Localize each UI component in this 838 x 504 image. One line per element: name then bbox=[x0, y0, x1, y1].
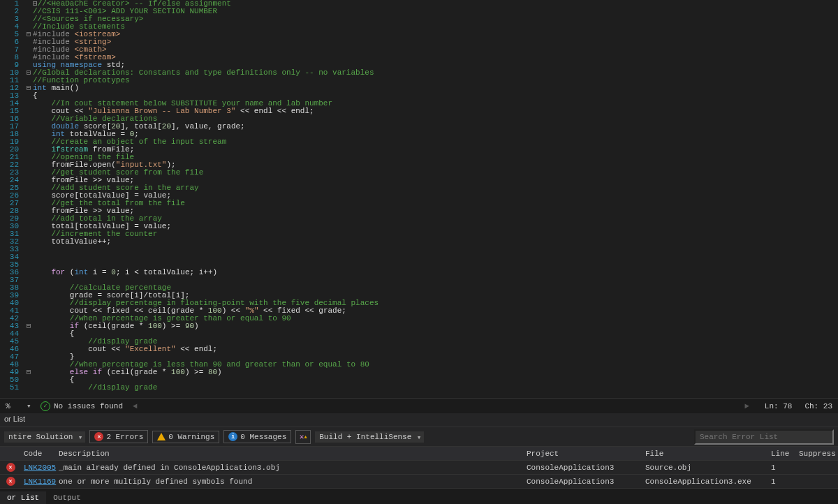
col-project[interactable]: Project bbox=[524, 450, 642, 458]
col-line[interactable]: Line bbox=[768, 450, 796, 458]
fold-toggle[interactable] bbox=[24, 207, 33, 215]
col-file[interactable]: File bbox=[642, 450, 768, 458]
fold-toggle[interactable]: ⊟ bbox=[24, 69, 33, 77]
code-line[interactable]: //Function prototypes bbox=[33, 77, 838, 84]
zoom-dropdown-icon[interactable]: ▾ bbox=[27, 401, 41, 410]
fold-toggle[interactable] bbox=[24, 154, 33, 161]
fold-toggle[interactable] bbox=[24, 384, 33, 392]
code-line[interactable]: int main() bbox=[33, 84, 838, 92]
code-line[interactable]: //<Sources if necessary> bbox=[33, 15, 838, 23]
source-dropdown[interactable]: Build + IntelliSense bbox=[315, 431, 424, 443]
fold-toggle[interactable] bbox=[24, 269, 33, 276]
fold-toggle[interactable] bbox=[24, 38, 33, 46]
messages-filter-button[interactable]: i0 Messages bbox=[223, 430, 291, 443]
table-header[interactable]: Code Description Project File Line Suppr… bbox=[0, 447, 838, 461]
fold-toggle[interactable] bbox=[24, 54, 33, 61]
code-line[interactable]: ifstream fromFile; bbox=[33, 146, 838, 154]
code-line[interactable]: for (int i = 0; i < totalValue; i++) bbox=[33, 269, 838, 276]
fold-toggle[interactable] bbox=[24, 346, 33, 353]
fold-toggle[interactable] bbox=[24, 161, 33, 169]
fold-toggle[interactable] bbox=[24, 330, 33, 338]
fold-toggle[interactable]: ⊟ bbox=[24, 31, 33, 38]
fold-toggle[interactable] bbox=[24, 192, 33, 200]
fold-toggle[interactable] bbox=[24, 230, 33, 238]
fold-toggle[interactable] bbox=[24, 223, 33, 230]
fold-toggle[interactable] bbox=[24, 261, 33, 269]
code-line[interactable]: #include <string> bbox=[33, 38, 838, 46]
scroll-left-icon[interactable]: ◄ bbox=[130, 402, 140, 410]
fold-toggle[interactable] bbox=[24, 184, 33, 192]
code-line[interactable]: cout << "Excellent" << endl; bbox=[33, 346, 838, 353]
fold-toggle[interactable] bbox=[24, 8, 33, 15]
tab-output[interactable]: Output bbox=[46, 491, 88, 504]
code-line[interactable]: #include <iostream> bbox=[33, 31, 838, 38]
code-line[interactable]: totalValue++; bbox=[33, 238, 838, 246]
fold-toggle[interactable] bbox=[24, 284, 33, 292]
error-code-link[interactable]: LNK2005 bbox=[24, 464, 56, 472]
scroll-right-icon[interactable]: ► bbox=[742, 402, 752, 410]
col-suppress[interactable]: Suppress bbox=[796, 450, 838, 458]
fold-toggle[interactable]: ⊟ bbox=[24, 323, 33, 330]
fold-toggle[interactable] bbox=[24, 353, 33, 361]
error-line: 1 bbox=[768, 477, 796, 486]
warnings-filter-button[interactable]: 0 Warnings bbox=[152, 431, 219, 443]
code-line[interactable]: //create an object of the input stream bbox=[33, 138, 838, 146]
col-description[interactable]: Description bbox=[56, 450, 524, 458]
code-line[interactable] bbox=[33, 253, 838, 261]
fold-toggle[interactable] bbox=[24, 307, 33, 315]
fold-toggle[interactable] bbox=[24, 92, 33, 100]
fold-toggle[interactable] bbox=[24, 238, 33, 246]
fold-toggle[interactable] bbox=[24, 200, 33, 207]
code-line[interactable]: #include <fstream> bbox=[33, 54, 838, 61]
fold-toggle[interactable] bbox=[24, 131, 33, 138]
code-line[interactable]: //increment the counter bbox=[33, 230, 838, 238]
fold-toggle[interactable] bbox=[24, 0, 33, 8]
fold-toggle[interactable] bbox=[24, 253, 33, 261]
fold-toggle[interactable] bbox=[24, 376, 33, 384]
fold-toggle[interactable] bbox=[24, 338, 33, 346]
scope-dropdown[interactable]: ntire Solution bbox=[4, 431, 85, 443]
code-area[interactable]: ⊟//<HeaDaChE Creator> -- If/else assignm… bbox=[33, 0, 838, 398]
code-line[interactable]: //get the total from the file bbox=[33, 200, 838, 207]
fold-toggle[interactable] bbox=[24, 15, 33, 23]
fold-toggle[interactable] bbox=[24, 146, 33, 154]
fold-toggle[interactable] bbox=[24, 177, 33, 184]
clear-filter-button[interactable]: ✕▲ bbox=[295, 430, 311, 444]
fold-toggle[interactable] bbox=[24, 246, 33, 253]
col-code[interactable]: Code bbox=[21, 450, 56, 458]
fold-toggle[interactable] bbox=[24, 276, 33, 284]
code-line[interactable]: //display grade bbox=[33, 384, 838, 392]
error-row[interactable]: ✕ LNK1169 one or more multiply defined s… bbox=[0, 475, 838, 489]
fold-toggle[interactable] bbox=[24, 123, 33, 131]
fold-toggle[interactable] bbox=[24, 215, 33, 223]
code-editor[interactable]: 1234567891011121314151617181920212223242… bbox=[0, 0, 838, 398]
code-line[interactable]: //CSIS 111-<D01> ADD YOUR SECTION NUMBER bbox=[33, 8, 838, 15]
fold-toggle[interactable] bbox=[24, 299, 33, 307]
error-description: _main already defined in ConsoleApplicat… bbox=[56, 464, 524, 472]
fold-toggle[interactable] bbox=[24, 100, 33, 108]
fold-toggle[interactable]: ⊟ bbox=[24, 369, 33, 376]
fold-toggle[interactable] bbox=[24, 46, 33, 54]
code-line[interactable]: //get student score from the file bbox=[33, 169, 838, 177]
code-line[interactable]: double score[20], total[20], value, grad… bbox=[33, 123, 838, 131]
code-line[interactable]: //Include statements bbox=[33, 23, 838, 31]
fold-column[interactable]: ⊟⊟⊟⊟⊟ bbox=[24, 0, 33, 398]
code-line[interactable]: else if (ceil(grade * 100) >= 80) bbox=[33, 369, 838, 376]
fold-toggle[interactable] bbox=[24, 108, 33, 115]
fold-toggle[interactable]: ⊟ bbox=[24, 84, 33, 92]
zoom-percent[interactable]: % bbox=[6, 402, 27, 410]
fold-toggle[interactable] bbox=[24, 292, 33, 299]
code-line[interactable]: if (ceil(grade * 100) >= 90) bbox=[33, 323, 838, 330]
error-row[interactable]: ✕ LNK2005 _main already defined in Conso… bbox=[0, 461, 838, 475]
code-line[interactable] bbox=[33, 246, 838, 253]
fold-toggle[interactable] bbox=[24, 138, 33, 146]
error-code-link[interactable]: LNK1169 bbox=[24, 477, 56, 486]
errors-filter-button[interactable]: ✕2 Errors bbox=[89, 430, 148, 443]
fold-toggle[interactable] bbox=[24, 115, 33, 123]
code-line[interactable]: //Global declarations: Constants and typ… bbox=[33, 69, 838, 77]
code-line[interactable]: #include <cmath> bbox=[33, 46, 838, 54]
error-line: 1 bbox=[768, 464, 796, 472]
search-error-input[interactable] bbox=[694, 429, 834, 445]
tab-error-list[interactable]: or List bbox=[0, 491, 46, 504]
fold-toggle[interactable] bbox=[24, 169, 33, 177]
